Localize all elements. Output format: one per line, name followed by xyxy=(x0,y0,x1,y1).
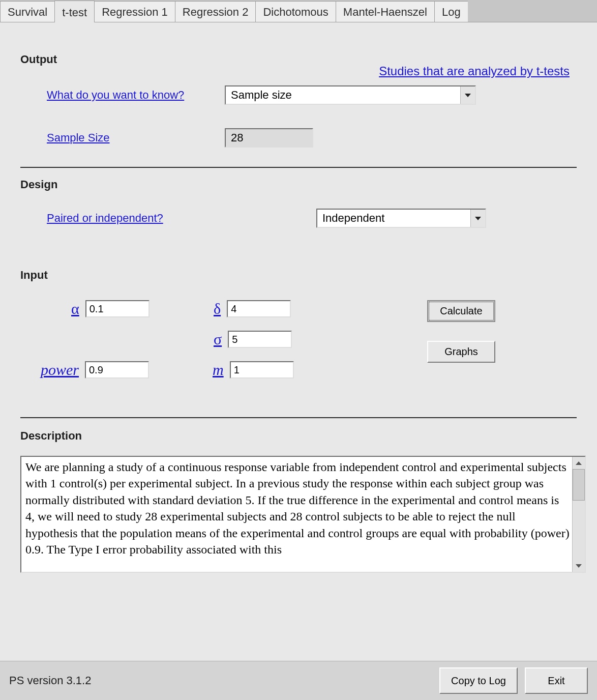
design-section-title: Design xyxy=(20,178,577,191)
alpha-input[interactable]: 0.1 xyxy=(85,300,150,317)
bottom-bar: PS version 3.1.2 Copy to Log Exit xyxy=(0,661,597,700)
tab-survival[interactable]: Survival xyxy=(0,1,55,22)
calculate-button[interactable]: Calculate xyxy=(427,300,495,322)
design-row-paired: Paired or independent? Independent xyxy=(20,209,577,228)
paired-value: Independent xyxy=(317,212,470,225)
input-section-title: Input xyxy=(20,269,577,282)
paired-select[interactable]: Independent xyxy=(316,209,486,228)
sample-size-link[interactable]: Sample Size xyxy=(47,131,225,144)
sigma-input[interactable]: 5 xyxy=(228,331,292,348)
power-input[interactable]: 0.9 xyxy=(85,361,149,378)
scroll-down-icon[interactable] xyxy=(573,560,585,572)
separator-2 xyxy=(20,417,577,418)
m-input[interactable]: 1 xyxy=(230,361,294,378)
power-label-link[interactable]: power xyxy=(41,361,79,378)
scroll-track[interactable] xyxy=(573,469,585,560)
tab-filler xyxy=(468,0,597,22)
m-label-link[interactable]: m xyxy=(213,361,224,378)
tab-log[interactable]: Log xyxy=(434,1,468,22)
paired-link[interactable]: Paired or independent? xyxy=(47,212,316,225)
what-to-know-link[interactable]: What do you want to know? xyxy=(47,89,225,102)
tab-regression-1[interactable]: Regression 1 xyxy=(94,1,175,22)
version-label: PS version 3.1.2 xyxy=(9,674,91,687)
alpha-label-link[interactable]: α xyxy=(71,300,79,317)
output-row-sample-size: Sample Size 28 xyxy=(20,128,577,148)
scrollbar[interactable] xyxy=(572,457,585,572)
description-textarea[interactable]: We are planning a study of a continuous … xyxy=(20,456,586,573)
what-to-know-value: Sample size xyxy=(226,89,460,102)
tab-t-test[interactable]: t-test xyxy=(54,1,95,22)
tab-dichotomous[interactable]: Dichotomous xyxy=(255,1,336,22)
scroll-thumb[interactable] xyxy=(573,469,585,501)
tab-regression-2[interactable]: Regression 2 xyxy=(175,1,256,22)
separator-1 xyxy=(20,167,577,168)
studies-link[interactable]: Studies that are analyzed by t-tests xyxy=(379,64,570,78)
tab-strip: Survival t-test Regression 1 Regression … xyxy=(0,0,597,22)
sample-size-output: 28 xyxy=(225,128,313,148)
copy-to-log-button[interactable]: Copy to Log xyxy=(439,667,518,694)
input-grid: α 0.1 δ 4 σ 5 power 0.9 m 1 Calculate xyxy=(20,295,577,397)
app-window: Survival t-test Regression 1 Regression … xyxy=(0,0,597,700)
delta-input[interactable]: 4 xyxy=(227,300,291,317)
description-text: We are planning a study of a continuous … xyxy=(25,460,570,556)
content-area: Studies that are analyzed by t-tests Out… xyxy=(0,53,597,679)
description-area: We are planning a study of a continuous … xyxy=(20,456,577,573)
output-row-want: What do you want to know? Sample size xyxy=(20,85,577,105)
exit-button[interactable]: Exit xyxy=(525,667,588,694)
dropdown-icon xyxy=(460,86,475,104)
sigma-label-link[interactable]: σ xyxy=(214,331,222,348)
graphs-button[interactable]: Graphs xyxy=(427,341,495,363)
tab-mantel-haenszel[interactable]: Mantel-Haenszel xyxy=(336,1,435,22)
dropdown-icon xyxy=(470,210,485,227)
description-section-title: Description xyxy=(20,429,577,443)
what-to-know-select[interactable]: Sample size xyxy=(225,85,476,105)
delta-label-link[interactable]: δ xyxy=(214,300,221,317)
bottom-buttons: Copy to Log Exit xyxy=(439,667,588,694)
scroll-up-icon[interactable] xyxy=(573,457,585,469)
